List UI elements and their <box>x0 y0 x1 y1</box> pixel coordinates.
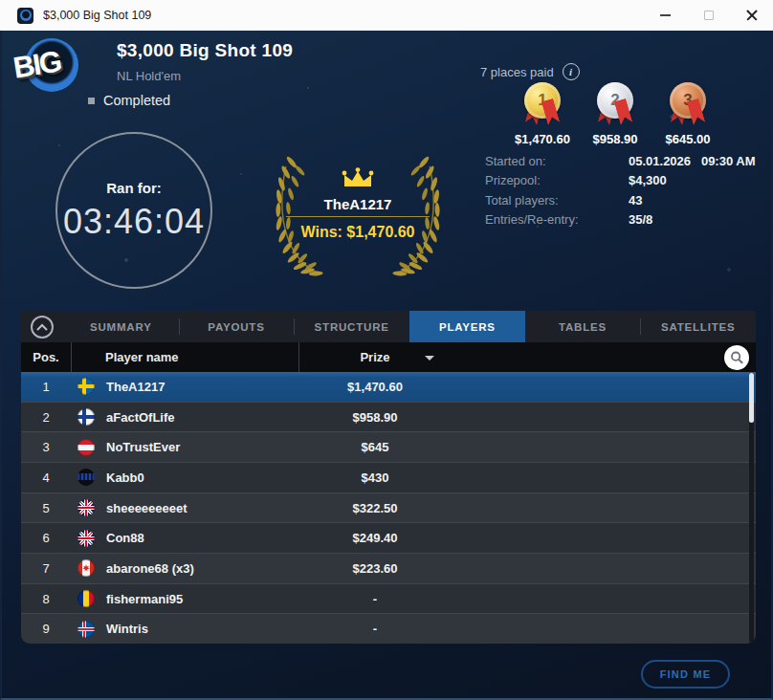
collapse-button[interactable] <box>21 311 63 342</box>
table-row[interactable]: 4 Kabb0 $430 <box>21 462 756 492</box>
flag-finland-icon <box>77 408 95 426</box>
table-header: Pos. Player name Prize <box>21 342 756 372</box>
tab-players[interactable]: PLAYERS <box>409 311 525 342</box>
table-row[interactable]: 6 Con88 $249.40 <box>21 522 756 553</box>
column-pos: Pos. <box>21 350 71 364</box>
flag-sweden-icon <box>77 378 95 395</box>
tab-tables[interactable]: TABLES <box>525 311 641 342</box>
ran-for-label: Ran for: <box>106 180 162 196</box>
podium: 1 $1,470.60 2 $958.90 3 $645.00 <box>506 82 724 146</box>
table-row[interactable]: 7 abarone68 (x3) $223.60 <box>21 553 756 583</box>
status-row: Completed <box>88 93 170 108</box>
gold-medal-icon: 1 <box>525 98 560 126</box>
flag-iceland-icon <box>77 621 95 638</box>
flag-canada-icon <box>77 559 95 577</box>
column-player: Player name <box>105 350 179 364</box>
game-type: NL Hold'em <box>117 69 181 83</box>
search-icon <box>728 349 745 366</box>
third-prize: $645.00 <box>666 132 711 146</box>
stat-started-on: Started on: 05.01.2026 09:30 AM <box>485 151 762 171</box>
medal-third: 3 $645.00 <box>652 82 724 146</box>
close-icon <box>746 10 758 21</box>
tournament-lobby-window: $3,000 Big Shot 109 BIG $3,000 Big Shot … <box>0 0 773 700</box>
find-me-button[interactable]: FIND ME <box>641 660 730 689</box>
gold-medal-rank: 1 <box>524 82 561 119</box>
lobby-body: BIG $3,000 Big Shot 109 NL Hold'em Compl… <box>0 31 773 700</box>
status-label: Completed <box>103 93 170 108</box>
titlebar: $3,000 Big Shot 109 <box>0 0 773 31</box>
places-paid: 7 places paid i <box>480 63 580 80</box>
tab-summary[interactable]: SUMMARY <box>63 311 179 342</box>
big-logo: BIG <box>13 34 94 96</box>
lobby-panel: SUMMARY PAYOUTS STRUCTURE PLAYERS TABLES… <box>21 311 756 644</box>
flag-romania-icon <box>77 590 95 607</box>
table-row[interactable]: 3 NoTrustEver $645 <box>21 431 756 462</box>
big-logo-text: BIG <box>11 44 62 85</box>
stat-total-players: Total players: 43 <box>485 190 762 210</box>
sort-caret-icon[interactable] <box>425 356 434 361</box>
laurel-wreath-icon <box>262 146 453 280</box>
scrollbar-track[interactable] <box>749 373 754 643</box>
winner-divider <box>286 216 430 217</box>
flag-dark-icon <box>77 469 95 486</box>
places-paid-label: 7 places paid <box>480 65 554 79</box>
bronze-medal-icon: 3 <box>671 98 705 126</box>
tournament-stats: Started on: 05.01.2026 09:30 AM Prizepoo… <box>485 151 762 230</box>
stat-prizepool: Prizepool: $4,300 <box>485 171 762 191</box>
winner-wreath: TheA1217 Wins: $1,470.60 <box>262 139 453 292</box>
tab-satellites[interactable]: SATELLITES <box>640 311 756 342</box>
tournament-title: $3,000 Big Shot 109 <box>117 40 293 61</box>
scrollbar-thumb[interactable] <box>749 373 754 423</box>
tab-bar: SUMMARY PAYOUTS STRUCTURE PLAYERS TABLES… <box>21 311 756 342</box>
window-title: $3,000 Big Shot 109 <box>43 9 151 22</box>
status-bullet-icon <box>88 98 95 104</box>
minimize-icon <box>660 14 671 16</box>
table-row[interactable]: 9 Wintris - <box>21 613 756 644</box>
maximize-button[interactable] <box>687 0 730 31</box>
maximize-icon <box>704 11 714 20</box>
table-row[interactable]: 5 sheeeeeeeeet $322.50 <box>21 492 756 523</box>
first-prize: $1,470.60 <box>515 132 570 146</box>
app-icon <box>17 8 33 24</box>
silver-medal-icon: 2 <box>598 98 632 126</box>
table-row[interactable]: 8 fishermani95 - <box>21 583 756 614</box>
crown-icon <box>341 167 375 188</box>
winner-prize: Wins: $1,470.60 <box>262 224 453 241</box>
ran-for-time: 03:46:04 <box>63 202 205 242</box>
minimize-button[interactable] <box>644 0 687 31</box>
players-table: 1 TheA1217 $1,470.60 2 aFactOfLife $958.… <box>21 372 756 644</box>
tab-payouts[interactable]: PAYOUTS <box>179 311 295 342</box>
bronze-medal-rank: 3 <box>670 82 706 119</box>
medal-first: 1 $1,470.60 <box>506 82 579 146</box>
chevron-up-icon <box>36 323 48 331</box>
table-row[interactable]: 1 TheA1217 $1,470.60 <box>21 372 756 402</box>
stat-entries: Entries/Re-entry: 35/8 <box>485 210 762 230</box>
silver-medal-rank: 2 <box>597 82 633 119</box>
winner-name: TheA1217 <box>262 196 453 212</box>
search-button[interactable] <box>724 345 749 370</box>
tab-structure[interactable]: STRUCTURE <box>294 311 409 342</box>
flag-uk-icon <box>77 499 95 516</box>
close-button[interactable] <box>730 0 773 31</box>
table-row[interactable]: 2 aFactOfLife $958.90 <box>21 402 756 432</box>
flag-austria-icon <box>77 439 95 456</box>
medal-second: 2 $958.90 <box>579 82 652 146</box>
column-divider <box>71 342 72 372</box>
info-icon[interactable]: i <box>563 63 580 80</box>
duration-circle: Ran for: 03:46:04 <box>55 132 212 289</box>
flag-uk-icon <box>77 530 95 547</box>
second-prize: $958.90 <box>593 132 638 146</box>
